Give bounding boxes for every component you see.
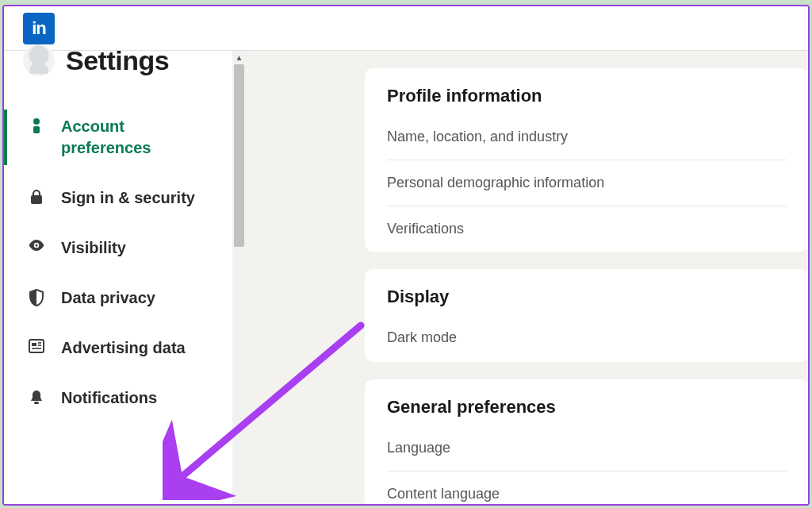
svg-rect-1 — [33, 126, 40, 133]
sidebar-item-label: Sign in & security — [61, 187, 195, 209]
sidebar-item-account-preferences[interactable]: Account preferences — [4, 102, 232, 173]
bell-icon — [28, 389, 45, 406]
news-icon — [28, 339, 45, 353]
linkedin-logo-icon[interactable]: in — [23, 13, 55, 44]
svg-rect-2 — [31, 195, 42, 204]
sidebar-item-data-privacy[interactable]: Data privacy — [4, 273, 232, 323]
sidebar-item-label: Account preferences — [61, 116, 216, 159]
sidebar-item-label: Advertising data — [61, 337, 186, 359]
scroll-thumb[interactable] — [234, 64, 244, 247]
section-display: Display Dark mode — [365, 269, 808, 362]
lock-icon — [28, 189, 45, 205]
settings-header: Settings — [4, 44, 232, 90]
row-personal-demographic[interactable]: Personal demographic information — [387, 160, 787, 206]
sidebar-item-label: Notifications — [61, 387, 157, 409]
settings-nav: Account preferences Sign in & security — [4, 90, 232, 423]
sidebar-item-visibility[interactable]: Visibility — [4, 223, 232, 273]
shield-icon — [28, 289, 45, 306]
svg-rect-6 — [32, 343, 36, 346]
sidebar-item-notifications[interactable]: Notifications — [4, 373, 232, 423]
row-verifications[interactable]: Verifications — [387, 206, 787, 252]
section-title: Profile information — [387, 86, 787, 106]
section-title: General preferences — [387, 397, 787, 418]
svg-rect-10 — [34, 402, 39, 404]
row-dark-mode[interactable]: Dark mode — [387, 312, 787, 360]
scroll-up-icon[interactable]: ▲ — [232, 51, 246, 64]
svg-point-4 — [35, 244, 37, 246]
avatar[interactable] — [23, 44, 55, 76]
svg-point-0 — [33, 118, 40, 125]
page-title: Settings — [66, 45, 169, 76]
section-profile-information: Profile information Name, location, and … — [365, 68, 808, 252]
row-name-location-industry[interactable]: Name, location, and industry — [387, 111, 787, 160]
sidebar-item-sign-in-security[interactable]: Sign in & security — [4, 173, 232, 223]
settings-sidebar: Settings Account preferences — [4, 51, 246, 504]
row-content-language[interactable]: Content language — [387, 471, 787, 504]
settings-main: Profile information Name, location, and … — [246, 51, 808, 504]
sidebar-item-advertising-data[interactable]: Advertising data — [4, 323, 232, 373]
eye-icon — [28, 239, 45, 252]
person-icon — [28, 117, 45, 133]
sidebar-item-label: Visibility — [61, 237, 126, 259]
section-general-preferences: General preferences Language Content lan… — [365, 379, 808, 504]
row-language[interactable]: Language — [387, 422, 787, 471]
section-title: Display — [387, 287, 787, 307]
sidebar-scrollbar[interactable]: ▲ — [232, 51, 246, 504]
sidebar-item-label: Data privacy — [61, 287, 155, 309]
